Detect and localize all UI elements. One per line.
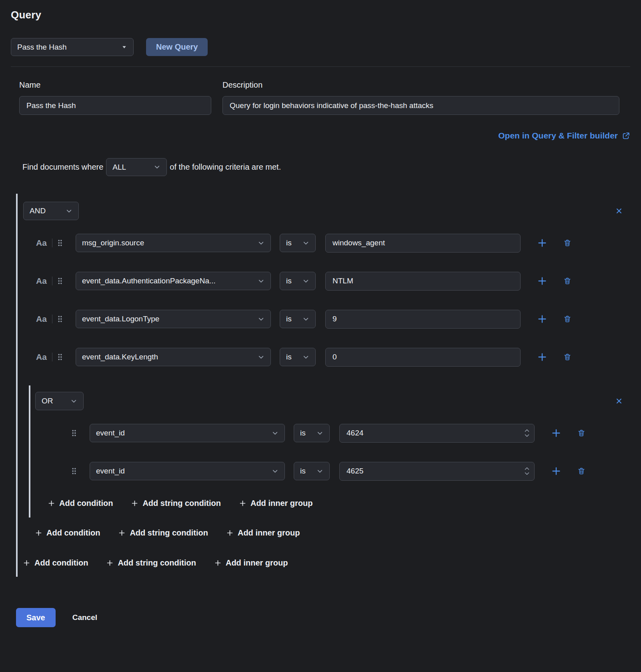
drag-handle-icon[interactable] (71, 467, 77, 475)
drag-handle-icon[interactable] (57, 239, 63, 247)
or-group-actions: Add condition Add string condition Add i… (35, 499, 630, 508)
string-type-icon: Aa (36, 314, 50, 324)
field-select[interactable]: msg_origin.source (76, 234, 271, 252)
decrement-button[interactable] (525, 434, 529, 437)
condition-row: Aa msg_origin.source is (23, 234, 630, 252)
chevron-down-icon (70, 398, 77, 405)
match-mode-select[interactable]: ALL (106, 158, 167, 176)
and-group-actions: Add condition Add string condition Add i… (23, 528, 630, 538)
plus-icon (214, 560, 221, 566)
value-input[interactable] (325, 310, 521, 329)
field-select[interactable]: event_id (90, 462, 285, 480)
operator-select-value: is (300, 467, 306, 475)
chevron-down-icon (154, 164, 160, 171)
chevron-down-icon (272, 468, 278, 475)
add-inner-group-link[interactable]: Add inner group (214, 558, 288, 568)
drag-handle-icon[interactable] (57, 315, 63, 323)
operator-select[interactable]: is (280, 310, 316, 328)
value-input[interactable] (325, 234, 521, 253)
add-condition-link[interactable]: Add condition (35, 528, 100, 538)
delete-condition-button[interactable] (575, 427, 587, 439)
name-input[interactable] (19, 96, 211, 115)
field-select[interactable]: event_id (90, 424, 285, 442)
description-input[interactable] (222, 96, 619, 115)
delete-condition-button[interactable] (561, 237, 573, 249)
trash-icon (563, 353, 572, 361)
saved-query-select[interactable]: Pass the Hash (11, 38, 134, 56)
field-select-value: event_data.AuthenticationPackageNa... (82, 277, 216, 285)
chevron-down-icon (258, 240, 264, 247)
value-input[interactable] (325, 348, 521, 367)
chevron-up-icon (525, 429, 529, 432)
row-divider (52, 353, 52, 361)
field-select-value: event_id (96, 467, 125, 475)
save-button[interactable]: Save (16, 608, 56, 627)
add-condition-link[interactable]: Add condition (23, 558, 88, 568)
add-condition-label: Add condition (59, 499, 113, 508)
remove-or-group-button[interactable] (613, 395, 625, 407)
add-condition-inline-button[interactable] (536, 313, 549, 325)
plus-icon (551, 466, 561, 476)
drag-handle-icon[interactable] (57, 277, 63, 285)
operator-select[interactable]: is (294, 462, 330, 480)
operator-select[interactable]: is (280, 234, 316, 252)
value-input[interactable] (325, 272, 521, 291)
add-condition-inline-button[interactable] (536, 237, 549, 249)
delete-condition-button[interactable] (561, 313, 573, 325)
add-condition-inline-button[interactable] (550, 465, 563, 477)
plus-icon (537, 314, 547, 324)
and-operator-select[interactable]: AND (23, 202, 79, 220)
chevron-down-icon (525, 472, 529, 475)
operator-select[interactable]: is (294, 424, 330, 442)
row-divider (52, 239, 52, 247)
add-inner-group-link[interactable]: Add inner group (226, 528, 300, 538)
chevron-up-icon (525, 467, 529, 470)
operator-select[interactable]: is (280, 272, 316, 290)
increment-button[interactable] (525, 429, 529, 432)
field-select-value: event_id (96, 429, 125, 437)
add-string-condition-label: Add string condition (118, 558, 196, 568)
field-select[interactable]: event_data.AuthenticationPackageNa... (76, 272, 271, 290)
remove-and-group-button[interactable] (613, 205, 625, 217)
add-condition-inline-button[interactable] (536, 351, 549, 363)
trash-icon (577, 429, 586, 437)
plus-icon (118, 530, 125, 536)
operator-select[interactable]: is (280, 348, 316, 366)
chevron-down-icon (525, 434, 529, 437)
add-inner-group-label: Add inner group (226, 558, 288, 568)
plus-icon (239, 500, 246, 507)
saved-query-select-value: Pass the Hash (17, 43, 67, 52)
add-condition-label: Add condition (46, 528, 100, 538)
value-number-input[interactable] (339, 424, 535, 443)
delete-condition-button[interactable] (561, 275, 573, 287)
cancel-button[interactable]: Cancel (72, 613, 97, 622)
close-icon (615, 397, 623, 405)
open-in-query-filter-builder-link[interactable]: Open in Query & Filter builder (498, 131, 630, 140)
chevron-down-icon (302, 240, 309, 247)
add-condition-label: Add condition (34, 558, 88, 568)
field-select[interactable]: event_data.LogonType (76, 310, 271, 328)
new-query-button[interactable]: New Query (146, 38, 208, 56)
find-documents-row: Find documents where ALL of the followin… (11, 158, 630, 176)
delete-condition-button[interactable] (575, 465, 587, 477)
field-select[interactable]: event_data.KeyLength (76, 348, 271, 366)
delete-condition-button[interactable] (561, 351, 573, 363)
add-string-condition-link[interactable]: Add string condition (118, 528, 208, 538)
add-condition-link[interactable]: Add condition (48, 499, 113, 508)
condition-row: Aa event_data.LogonType is (23, 310, 630, 328)
add-condition-inline-button[interactable] (550, 427, 563, 439)
plus-icon (23, 560, 30, 566)
drag-handle-icon[interactable] (71, 429, 77, 437)
value-number-input[interactable] (339, 462, 535, 481)
or-operator-select[interactable]: OR (35, 392, 84, 410)
chevron-down-icon (302, 316, 309, 323)
add-condition-inline-button[interactable] (536, 275, 549, 287)
increment-button[interactable] (525, 467, 529, 470)
add-string-condition-link[interactable]: Add string condition (131, 499, 221, 508)
drag-handle-icon[interactable] (57, 353, 63, 361)
add-string-condition-link[interactable]: Add string condition (106, 558, 196, 568)
trash-icon (563, 277, 572, 285)
add-inner-group-link[interactable]: Add inner group (239, 499, 313, 508)
decrement-button[interactable] (525, 472, 529, 475)
operator-select-value: is (286, 277, 292, 285)
